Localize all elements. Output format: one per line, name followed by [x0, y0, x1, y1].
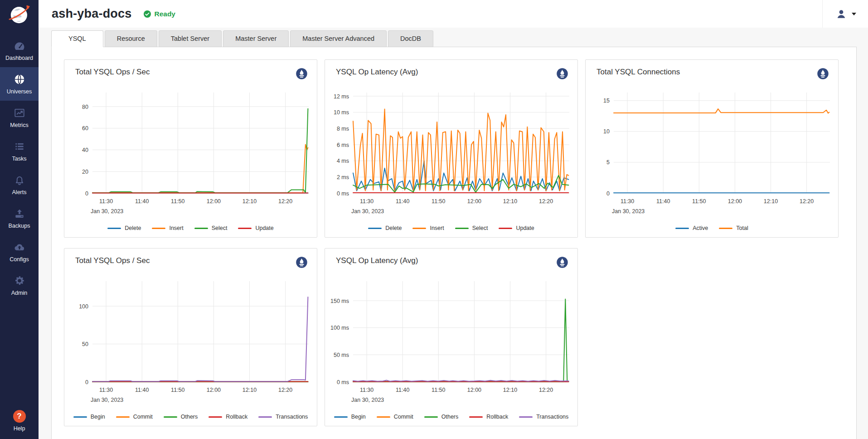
legend-item-rollback[interactable]: Rollback [469, 414, 508, 420]
tab-resource[interactable]: Resource [105, 30, 157, 47]
prometheus-icon[interactable] [296, 256, 308, 268]
yugabyte-logo-icon[interactable] [7, 2, 32, 27]
legend-swatch [238, 228, 252, 229]
legend-item-transactions[interactable]: Transactions [519, 414, 568, 420]
tab-ysql[interactable]: YSQL [51, 30, 103, 47]
legend-label: Select [212, 225, 228, 231]
legend-item-begin[interactable]: Begin [334, 414, 366, 420]
sidebar-item-configs[interactable]: Configs [0, 235, 39, 268]
svg-text:12:00: 12:00 [467, 198, 481, 205]
legend-item-others[interactable]: Others [424, 414, 459, 420]
svg-text:150 ms: 150 ms [330, 298, 349, 304]
chart-title: Total YSQL Ops / Sec [75, 68, 150, 77]
legend-label: Rollback [226, 414, 247, 420]
legend-swatch [424, 416, 438, 418]
sidebar-item-label: Admin [11, 290, 27, 296]
legend-swatch [194, 228, 208, 229]
legend-item-insert[interactable]: Insert [412, 225, 444, 231]
legend-item-active[interactable]: Active [675, 225, 708, 231]
sidebar-item-label: Dashboard [5, 55, 33, 61]
svg-text:11:50: 11:50 [692, 198, 706, 205]
sidebar-item-metrics[interactable]: Metrics [0, 101, 39, 134]
chart-title: YSQL Op Latency (Avg) [336, 256, 418, 265]
x-axis-date-label: Jan 30, 2023 [91, 397, 123, 403]
svg-text:12:20: 12:20 [800, 198, 814, 205]
chart-plot[interactable]: 11:3011:4011:5012:0012:1012:20020406080J… [67, 87, 314, 221]
legend-item-rollback[interactable]: Rollback [209, 414, 247, 420]
legend-item-delete[interactable]: Delete [368, 225, 402, 231]
svg-text:11:40: 11:40 [396, 198, 409, 205]
legend-item-commit[interactable]: Commit [116, 414, 153, 420]
svg-text:8 ms: 8 ms [337, 126, 349, 132]
prometheus-icon[interactable] [556, 68, 568, 80]
alerts-icon [14, 174, 25, 186]
legend-swatch [152, 228, 165, 229]
legend-item-others[interactable]: Others [164, 414, 198, 420]
svg-text:12:10: 12:10 [503, 198, 517, 205]
legend-item-total[interactable]: Total [719, 225, 748, 231]
prometheus-icon[interactable] [556, 256, 568, 268]
chart-plot[interactable]: 11:3011:4011:5012:0012:1012:200 ms50 ms1… [328, 276, 575, 410]
prometheus-icon[interactable] [817, 68, 829, 80]
svg-text:11:30: 11:30 [99, 198, 113, 205]
sidebar-item-universes[interactable]: Universes [0, 67, 39, 101]
svg-text:2 ms: 2 ms [337, 174, 349, 180]
chart-plot-area: 11:3011:4011:5012:0012:1012:200 ms2 ms4 … [328, 87, 577, 223]
legend-swatch [412, 228, 426, 229]
configs-icon [14, 241, 25, 253]
legend-item-begin[interactable]: Begin [73, 414, 105, 420]
tab-master-server-advanced[interactable]: Master Server Advanced [290, 30, 387, 47]
svg-text:12:20: 12:20 [278, 198, 292, 205]
legend-item-update[interactable]: Update [499, 225, 534, 231]
tab-docdb[interactable]: DocDB [388, 30, 433, 47]
sidebar-item-alerts[interactable]: Alerts [0, 168, 39, 201]
sidebar-item-backups[interactable]: Backups [0, 201, 39, 235]
svg-text:12:00: 12:00 [207, 198, 221, 205]
chart-plot-area: 11:3011:4011:5012:0012:1012:20020406080J… [67, 87, 317, 223]
svg-text:11:40: 11:40 [656, 198, 670, 205]
chart-plot[interactable]: 11:3011:4011:5012:0012:1012:20050100Jan … [67, 276, 314, 410]
sidebar-item-help[interactable]: ? Help [13, 410, 26, 432]
chart-panel-4: Total YSQL Ops / Sec11:3011:4011:5012:00… [64, 248, 317, 426]
chart-panel-1: Total YSQL Ops / Sec11:3011:4011:5012:00… [64, 59, 317, 238]
legend-item-insert[interactable]: Insert [152, 225, 183, 231]
svg-text:11:30: 11:30 [360, 198, 373, 205]
svg-text:11:40: 11:40 [396, 387, 409, 393]
legend-item-commit[interactable]: Commit [377, 414, 413, 420]
legend-swatch [469, 416, 483, 418]
legend-item-update[interactable]: Update [238, 225, 273, 231]
chart-panel-head: Total YSQL Ops / Sec [64, 60, 317, 80]
svg-text:11:30: 11:30 [360, 387, 373, 393]
tab-master-server[interactable]: Master Server [223, 30, 289, 47]
svg-text:12 ms: 12 ms [334, 93, 349, 100]
svg-text:11:50: 11:50 [171, 198, 184, 205]
tab-tablet-server[interactable]: Tablet Server [159, 30, 222, 47]
check-circle-icon [144, 10, 151, 18]
admin-icon [14, 275, 25, 287]
legend-label: Transactions [536, 414, 568, 420]
svg-text:10: 10 [603, 128, 610, 135]
legend-swatch [116, 416, 130, 418]
sidebar-item-dashboard[interactable]: Dashboard [0, 34, 39, 67]
legend-item-select[interactable]: Select [455, 225, 488, 231]
prometheus-icon[interactable] [296, 68, 308, 80]
legend-item-transactions[interactable]: Transactions [258, 414, 308, 420]
chart-plot[interactable]: 11:3011:4011:5012:0012:1012:20051015Jan … [588, 87, 835, 221]
chart-plot-area: 11:3011:4011:5012:0012:1012:200 ms50 ms1… [328, 276, 577, 412]
chart-title: Total YSQL Connections [596, 68, 680, 77]
sidebar-item-label: Tasks [12, 156, 27, 162]
svg-text:11:40: 11:40 [135, 387, 149, 393]
legend-item-select[interactable]: Select [194, 225, 228, 231]
sidebar-item-admin[interactable]: Admin [0, 268, 39, 302]
legend-label: Commit [394, 414, 413, 420]
chart-plot[interactable]: 11:3011:4011:5012:0012:1012:200 ms2 ms4 … [328, 87, 575, 221]
chart-legend: DeleteInsertSelectUpdate [64, 225, 317, 237]
user-menu[interactable] [822, 0, 868, 28]
chart-title: YSQL Op Latency (Avg) [336, 68, 418, 77]
legend-item-delete[interactable]: Delete [107, 225, 141, 231]
sidebar-item-tasks[interactable]: Tasks [0, 134, 39, 168]
legend-label: Others [441, 414, 459, 420]
x-axis-date-label: Jan 30, 2023 [91, 208, 123, 215]
legend-label: Insert [169, 225, 183, 231]
legend-swatch [334, 416, 348, 418]
